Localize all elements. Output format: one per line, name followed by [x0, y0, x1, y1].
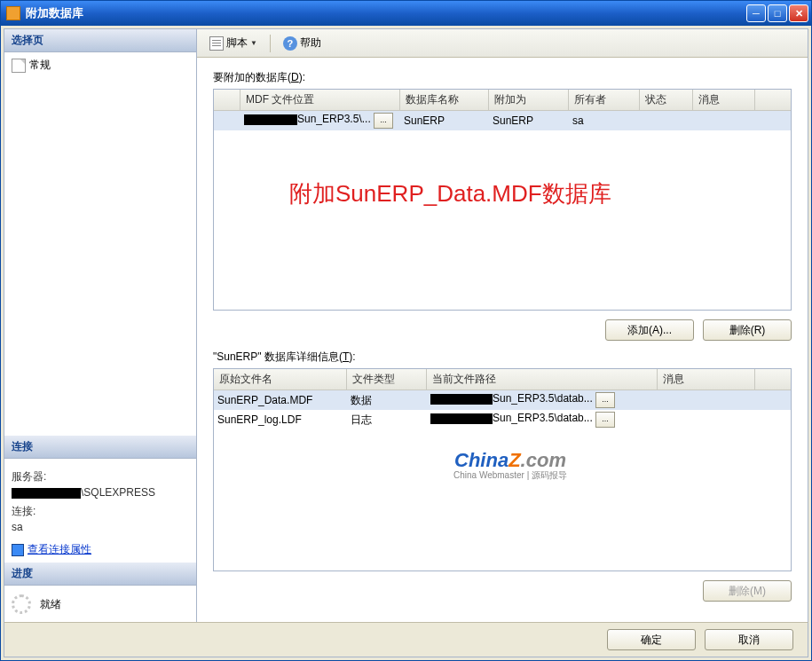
script-label: 脚本	[226, 35, 248, 51]
col-header[interactable]: 状态	[640, 90, 693, 110]
cancel-button[interactable]: 取消	[705, 629, 793, 650]
col-header[interactable]: 消息	[658, 369, 755, 390]
details-label: "SunERP" 数据库详细信息(T):	[213, 350, 792, 365]
redacted-server	[12, 488, 81, 499]
owner-cell: sa	[569, 113, 640, 129]
redacted-path	[430, 413, 493, 424]
col-header[interactable]: 原始文件名	[214, 369, 347, 390]
help-label: 帮助	[300, 35, 321, 51]
col-header[interactable]	[214, 90, 240, 110]
window-title: 附加数据库	[26, 5, 746, 21]
connection-label: 连接:	[12, 504, 189, 519]
watermark: ChinaZ.com China Webmaster | 源码报导	[453, 449, 567, 482]
col-header[interactable]: MDF 文件位置	[240, 90, 400, 110]
sidebar-item-label: 常规	[29, 58, 51, 73]
table-row[interactable]: SunERP_Data.MDF 数据 Sun_ERP3.5\datab... .…	[214, 390, 791, 410]
col-header[interactable]: 数据库名称	[400, 90, 489, 110]
chevron-down-icon: ▼	[250, 39, 257, 47]
file-path-cell: Sun_ERP3.5\datab... ...	[427, 410, 658, 429]
redacted-path	[430, 394, 493, 405]
attach-as-cell: SunERP	[489, 113, 569, 129]
script-icon	[209, 36, 224, 51]
main-panel: 脚本 ▼ ? 帮助 要附加的数据库(D): MDF 文件位置 数据库	[197, 29, 808, 623]
browse-button[interactable]: ...	[595, 392, 615, 408]
server-value: \SQLEXPRESS	[12, 486, 189, 499]
file-type-cell: 日志	[347, 411, 427, 429]
select-page-header: 选择页	[4, 29, 196, 52]
file-name-cell: SunERP_Data.MDF	[214, 392, 347, 408]
annotation-overlay: 附加SunERP_Data.MDF数据库	[289, 178, 611, 209]
add-button[interactable]: 添加(A)...	[605, 319, 694, 341]
file-path-cell: Sun_ERP3.5\datab... ...	[427, 390, 658, 410]
help-button[interactable]: ? 帮助	[278, 34, 327, 52]
sidebar-item-general[interactable]: 常规	[12, 56, 189, 75]
app-icon	[6, 6, 20, 20]
help-icon: ?	[283, 36, 297, 51]
col-header[interactable]: 消息	[693, 90, 755, 110]
file-type-cell: 数据	[347, 391, 427, 410]
file-name-cell: SunERP_log.LDF	[214, 412, 347, 428]
toolbar: 脚本 ▼ ? 帮助	[197, 29, 808, 58]
sidebar: 选择页 常规 连接 服务器: \SQLEXPRESS 连接: sa 查看连接属性	[4, 29, 197, 623]
dbname-cell: SunERP	[400, 113, 489, 129]
minimize-button[interactable]: ─	[746, 4, 766, 22]
col-header[interactable]: 当前文件路径	[427, 369, 658, 390]
table-row[interactable]: Sun_ERP3.5\... ... SunERP SunERP sa	[214, 111, 791, 130]
mdf-location-cell: Sun_ERP3.5\... ...	[240, 111, 400, 130]
redacted-path	[244, 114, 297, 125]
script-button[interactable]: 脚本 ▼	[204, 34, 263, 52]
dialog-window: 附加数据库 ─ □ ✕ 选择页 常规 连接 服务器: \SQLEXPRESS	[0, 0, 812, 661]
view-connection-link[interactable]: 查看连接属性	[28, 542, 91, 557]
view-connection-props[interactable]: 查看连接属性	[12, 542, 189, 557]
ok-button[interactable]: 确定	[607, 629, 696, 650]
server-label: 服务器:	[12, 469, 189, 484]
properties-icon	[12, 544, 24, 556]
files-grid[interactable]: 原始文件名 文件类型 当前文件路径 消息 SunERP_Data.MDF 数据 …	[213, 368, 792, 571]
col-header[interactable]: 附加为	[489, 90, 569, 110]
remove-button[interactable]: 删除(R)	[703, 319, 792, 341]
maximize-button[interactable]: □	[768, 4, 787, 22]
page-icon	[12, 59, 26, 73]
progress-status: 就绪	[40, 597, 61, 612]
titlebar[interactable]: 附加数据库 ─ □ ✕	[1, 1, 811, 26]
col-header[interactable]: 所有者	[569, 90, 640, 110]
browse-button[interactable]: ...	[374, 113, 393, 129]
close-button[interactable]: ✕	[789, 4, 808, 22]
grid-header-row: 原始文件名 文件类型 当前文件路径 消息	[214, 369, 791, 390]
connection-header: 连接	[4, 436, 196, 459]
dialog-footer: 确定 取消	[4, 622, 808, 657]
progress-header: 进度	[4, 563, 196, 586]
col-header[interactable]: 文件类型	[347, 369, 427, 390]
remove-file-button[interactable]: 删除(M)	[703, 580, 792, 602]
spinner-icon	[12, 594, 31, 614]
connection-value: sa	[12, 521, 189, 533]
table-row[interactable]: SunERP_log.LDF 日志 Sun_ERP3.5\datab... ..…	[214, 410, 791, 429]
attach-databases-label: 要附加的数据库(D):	[213, 70, 792, 85]
grid-header-row: MDF 文件位置 数据库名称 附加为 所有者 状态 消息	[214, 90, 791, 111]
databases-grid[interactable]: MDF 文件位置 数据库名称 附加为 所有者 状态 消息 Sun_ERP3.5\…	[213, 89, 792, 311]
browse-button[interactable]: ...	[595, 412, 615, 428]
toolbar-separator	[270, 35, 271, 52]
